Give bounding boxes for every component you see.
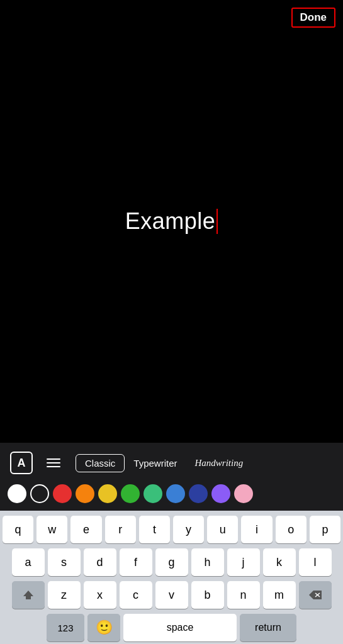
key-r[interactable]: r xyxy=(105,516,136,543)
shift-icon xyxy=(23,589,34,601)
keyboard-row-bottom: 123 🙂 space return xyxy=(3,614,340,641)
key-q[interactable]: q xyxy=(3,516,33,543)
key-s[interactable]: s xyxy=(48,548,81,576)
color-green[interactable] xyxy=(121,484,140,503)
key-return[interactable]: return xyxy=(240,614,296,641)
color-purple[interactable] xyxy=(211,484,230,503)
svg-marker-0 xyxy=(23,591,33,599)
canvas-text-content: Example xyxy=(125,208,216,235)
key-backspace[interactable] xyxy=(299,581,332,609)
tab-classic[interactable]: Classic xyxy=(76,454,125,472)
key-f[interactable]: f xyxy=(120,548,152,576)
key-b[interactable]: b xyxy=(191,581,224,609)
keyboard-row-1: q w e r t y u i o p xyxy=(3,516,340,543)
text-cursor xyxy=(216,209,218,234)
color-yellow[interactable] xyxy=(98,484,117,503)
key-y[interactable]: y xyxy=(173,516,204,543)
key-h[interactable]: h xyxy=(191,548,224,576)
key-t[interactable]: t xyxy=(139,516,170,543)
key-c[interactable]: c xyxy=(120,581,152,609)
color-dark-blue[interactable] xyxy=(189,484,208,503)
key-n[interactable]: n xyxy=(227,581,260,609)
key-e[interactable]: e xyxy=(70,516,101,543)
font-style-tabs: Classic Typewriter Handwriting xyxy=(76,454,252,472)
key-l[interactable]: l xyxy=(299,548,332,576)
key-x[interactable]: x xyxy=(84,581,116,609)
color-teal[interactable] xyxy=(143,484,162,503)
canvas: Done Example xyxy=(0,0,343,443)
color-row xyxy=(8,483,335,506)
key-m[interactable]: m xyxy=(263,581,296,609)
font-icon: A xyxy=(10,452,33,474)
key-j[interactable]: j xyxy=(227,548,260,576)
key-o[interactable]: o xyxy=(276,516,306,543)
keyboard-row-3: z x c v b n m xyxy=(3,581,340,609)
key-g[interactable]: g xyxy=(155,548,188,576)
backspace-icon xyxy=(308,590,322,600)
key-k[interactable]: k xyxy=(263,548,296,576)
tab-typewriter[interactable]: Typewriter xyxy=(125,455,186,472)
key-shift[interactable] xyxy=(12,581,45,609)
canvas-text[interactable]: Example xyxy=(125,208,218,235)
key-v[interactable]: v xyxy=(155,581,188,609)
color-pink[interactable] xyxy=(234,484,253,503)
key-u[interactable]: u xyxy=(207,516,238,543)
color-white-filled[interactable] xyxy=(8,484,26,503)
key-w[interactable]: w xyxy=(37,516,67,543)
key-i[interactable]: i xyxy=(241,516,272,543)
tab-handwriting[interactable]: Handwriting xyxy=(186,455,252,472)
align-button[interactable] xyxy=(40,453,67,472)
color-blue[interactable] xyxy=(166,484,185,503)
key-p[interactable]: p xyxy=(310,516,340,543)
key-d[interactable]: d xyxy=(84,548,116,576)
toolbar: A Classic Typewriter Handwriting xyxy=(0,443,343,511)
keyboard: q w e r t y u i o p a s d f g h j k l z … xyxy=(0,511,343,644)
key-emoji[interactable]: 🙂 xyxy=(87,614,120,641)
toolbar-row: A Classic Typewriter Handwriting xyxy=(8,449,335,477)
key-numbers[interactable]: 123 xyxy=(47,614,84,641)
key-z[interactable]: z xyxy=(48,581,81,609)
key-space[interactable]: space xyxy=(123,614,237,641)
color-white-outline[interactable] xyxy=(30,484,49,503)
keyboard-row-2: a s d f g h j k l xyxy=(3,548,340,576)
done-button[interactable]: Done xyxy=(291,8,336,28)
align-icon xyxy=(43,456,64,470)
font-icon-button[interactable]: A xyxy=(8,449,35,477)
color-orange[interactable] xyxy=(76,484,94,503)
color-red[interactable] xyxy=(53,484,72,503)
key-a[interactable]: a xyxy=(12,548,45,576)
